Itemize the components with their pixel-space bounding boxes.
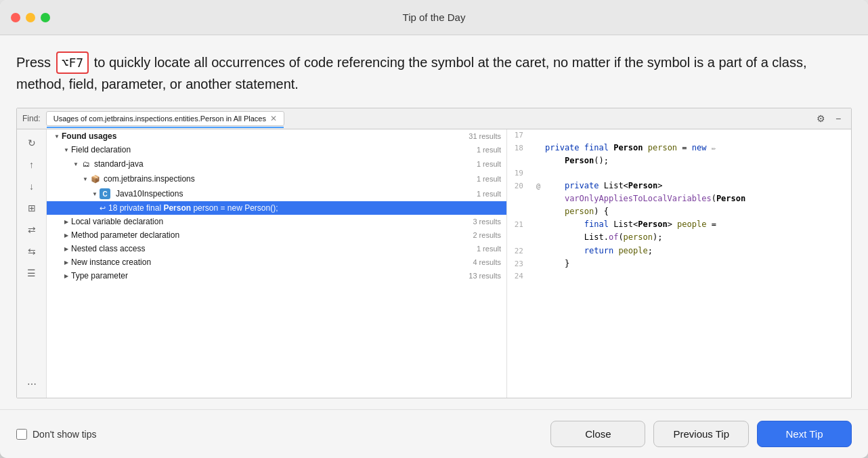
tree-row-method-param[interactable]: Method parameter declaration 2 results — [47, 228, 506, 242]
expand-icon[interactable] — [71, 159, 81, 169]
ide-toolbar: Find: Usages of com.jetbrains.inspection… — [17, 108, 851, 129]
line-number: 19 — [507, 167, 531, 180]
shortcut-key: ⌥F7 — [56, 51, 89, 74]
code-panel: 17 18 private final Person person = new … — [507, 129, 851, 398]
tree-root-label: Found usages — [62, 131, 466, 141]
ref-icon: ↩ — [100, 204, 106, 213]
tree-label: Java10Inspections — [116, 189, 474, 199]
more-icon[interactable]: ⋯ — [22, 375, 41, 394]
up-icon[interactable]: ↑ — [22, 155, 41, 174]
dont-show-tips-checkbox[interactable] — [16, 429, 27, 440]
line-number: 24 — [507, 270, 531, 283]
line-code: return people; — [545, 245, 851, 257]
bookmark-icon[interactable]: ☰ — [22, 264, 41, 283]
tree-count: 1 result — [477, 175, 501, 183]
line-number: 18 — [507, 142, 531, 154]
titlebar: Tip of the Day — [0, 0, 868, 35]
down-icon[interactable]: ↓ — [22, 177, 41, 196]
refresh-icon[interactable]: ↻ — [22, 133, 41, 152]
maximize-window-button[interactable] — [41, 13, 50, 22]
line-code: final List<Person> people = — [545, 218, 851, 231]
close-button[interactable]: Close — [550, 421, 645, 447]
dialog-content: Press ⌥F7 to quickly locate all occurren… — [0, 35, 868, 409]
ide-body: ↻ ↑ ↓ ⊞ ⇄ ⇆ ☰ ⋯ Found usages — [17, 129, 851, 398]
line-number: 17 — [507, 129, 531, 142]
line-code: List.of(person); — [545, 231, 851, 244]
class-icon: C — [100, 188, 110, 199]
tree-label: com.jetbrains.inspections — [104, 174, 474, 184]
line-number: 23 — [507, 258, 531, 270]
find-tab[interactable]: Usages of com.jetbrains.inspections.enti… — [46, 111, 284, 126]
tree-row-type-param[interactable]: Type parameter 13 results — [47, 269, 506, 283]
tree-label: New instance creation — [71, 257, 470, 267]
expand-icon[interactable] — [62, 145, 71, 154]
minimize-panel-icon[interactable]: − — [831, 111, 846, 126]
previous-tip-button[interactable]: Previous Tip — [653, 421, 749, 447]
tree-count: 3 results — [473, 217, 501, 226]
left-sidebar-icons: ↻ ↑ ↓ ⊞ ⇄ ⇆ ☰ ⋯ — [17, 129, 47, 398]
tree-label: Method parameter declaration — [71, 230, 470, 240]
line-code: Person(); — [545, 154, 851, 167]
line-code: person) { — [545, 205, 851, 218]
tree-row-new-instance[interactable]: New instance creation 4 results — [47, 255, 506, 269]
line-code: private final Person person = new ✏ — [545, 142, 851, 154]
tree-row-field-decl[interactable]: Field declaration 1 result — [47, 143, 506, 157]
tree-row-package[interactable]: 📦 com.jetbrains.inspections 1 result — [47, 171, 506, 186]
tree-count: 1 result — [477, 160, 501, 168]
tree-row-root[interactable]: Found usages 31 results — [47, 129, 506, 143]
minimize-window-button[interactable] — [26, 13, 35, 22]
tree-root-count: 31 results — [469, 132, 501, 140]
code-line-22: 22 return people; — [507, 245, 851, 257]
filter-icon[interactable]: ⇄ — [22, 220, 41, 239]
tree-label: Local variable declaration — [71, 217, 470, 226]
checkbox-text: Don't show tips — [32, 429, 97, 440]
tree-label: standard-java — [94, 159, 474, 169]
close-window-button[interactable] — [11, 13, 20, 22]
pin-icon[interactable]: ⇆ — [22, 242, 41, 261]
expand-icon[interactable] — [62, 217, 71, 226]
close-tab-icon[interactable]: ✕ — [270, 114, 277, 123]
tip-suffix: to quickly locate all occurrences of cod… — [16, 55, 806, 91]
expand-icon[interactable] — [62, 244, 71, 253]
group-icon[interactable]: ⊞ — [22, 199, 41, 217]
code-line-19: 19 — [507, 167, 851, 180]
code-line-21: 21 final List<Person> people = — [507, 218, 851, 231]
tree-count: 4 results — [473, 258, 501, 266]
expand-icon[interactable] — [62, 230, 71, 240]
code-line-20: 20 @ private List<Person> — [507, 180, 851, 192]
bottom-bar: Don't show tips Close Previous Tip Next … — [0, 409, 868, 458]
expand-icon[interactable] — [81, 174, 90, 184]
expand-icon[interactable] — [52, 131, 62, 141]
tree-row-standard-java[interactable]: 🗂 standard-java 1 result — [47, 157, 506, 171]
code-line-18b: Person(); — [507, 154, 851, 167]
tree-row-local-var[interactable]: Local variable declaration 3 results — [47, 215, 506, 228]
dont-show-tips-label[interactable]: Don't show tips — [16, 429, 97, 440]
next-tip-button[interactable]: Next Tip — [757, 421, 852, 447]
expand-icon[interactable] — [62, 271, 71, 280]
tree-label: Nested class access — [71, 244, 474, 253]
dialog-title: Tip of the Day — [403, 12, 466, 23]
line-number: 22 — [507, 245, 531, 257]
tree-count: 1 result — [477, 146, 501, 154]
tree-label: Field declaration — [71, 145, 474, 154]
find-tab-label: Usages of com.jetbrains.inspections.enti… — [53, 114, 266, 123]
tip-of-the-day-dialog: Tip of the Day Press ⌥F7 to quickly loca… — [0, 0, 868, 458]
code-line-24: 24 — [507, 270, 851, 283]
code-line-20c: person) { — [507, 205, 851, 218]
tree-row-class[interactable]: C Java10Inspections 1 result — [47, 186, 506, 201]
usages-tree: Found usages 31 results Field declaratio… — [47, 129, 507, 398]
tree-count: 13 results — [469, 272, 501, 280]
tip-prefix: Press — [16, 55, 55, 70]
tree-selected-label: 18 private final Person person = new Per… — [108, 203, 501, 213]
tree-row-selected[interactable]: ↩ 18 private final Person person = new P… — [47, 201, 506, 215]
find-label: Find: — [22, 114, 41, 123]
code-line-17: 17 — [507, 129, 851, 142]
settings-icon[interactable]: ⚙ — [813, 111, 828, 126]
expand-icon[interactable] — [90, 189, 100, 199]
expand-icon[interactable] — [62, 257, 71, 267]
ide-panel: Find: Usages of com.jetbrains.inspection… — [16, 108, 852, 398]
line-gutter: @ — [531, 181, 545, 192]
tree-label: Type parameter — [71, 271, 466, 280]
line-code: } — [545, 257, 851, 270]
tree-row-nested-class[interactable]: Nested class access 1 result — [47, 242, 506, 255]
